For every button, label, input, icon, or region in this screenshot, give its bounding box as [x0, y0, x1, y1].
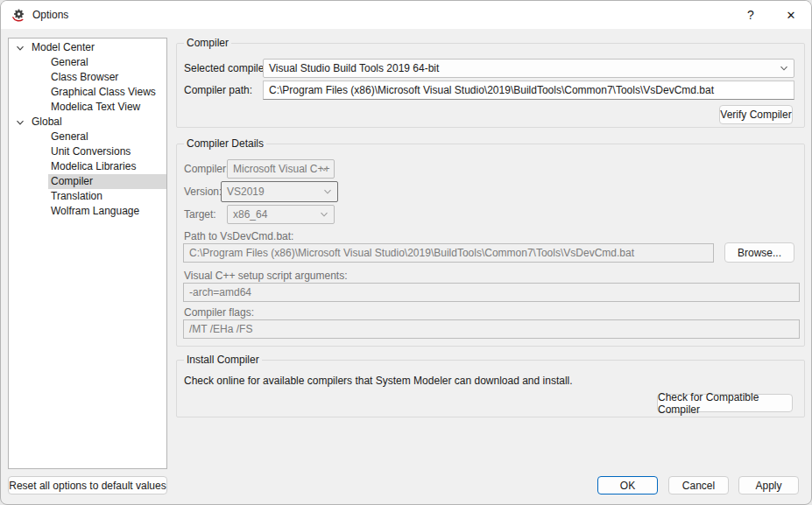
sidebar-item-wolfram-language[interactable]: Wolfram Language	[9, 204, 166, 219]
sidebar-item-translation[interactable]: Translation	[9, 189, 166, 204]
target-label: Target:	[184, 205, 216, 224]
cancel-button[interactable]: Cancel	[668, 476, 729, 494]
compiler-group: Compiler Selected compiler: Visual Studi…	[176, 43, 805, 128]
tree-item-label-selected: Compiler	[48, 174, 166, 189]
tree-item-label: Global	[32, 115, 62, 130]
selected-compiler-label: Selected compiler:	[184, 59, 271, 78]
tree-item-label: Graphical Class Views	[48, 85, 166, 100]
browse-button[interactable]: Browse...	[724, 242, 794, 263]
sidebar-item-model-center-general[interactable]: General	[9, 55, 166, 70]
chevron-down-icon	[323, 182, 332, 201]
tree-item-label: Modelica Libraries	[48, 159, 166, 174]
window-title: Options	[32, 1, 68, 29]
version-value: VS2019	[227, 186, 265, 198]
vsdevcmd-path-input: C:\Program Files (x86)\Microsoft Visual …	[183, 243, 714, 263]
chevron-down-icon[interactable]	[14, 118, 26, 127]
sidebar-item-graphical-class-views[interactable]: Graphical Class Views	[9, 85, 166, 100]
sidebar-item-modelica-text-view[interactable]: Modelica Text View	[9, 100, 166, 115]
setup-script-args-input: -arch=amd64	[183, 283, 800, 302]
target-value: x86_64	[233, 208, 267, 221]
compiler-value: Microsoft Visual C++	[233, 163, 330, 175]
options-gear-icon	[11, 8, 25, 22]
install-compiler-group-title: Install Compiler	[184, 354, 262, 366]
version-label: Version:	[184, 182, 222, 201]
tree-item-label: Class Browser	[48, 70, 166, 85]
tree-item-label: General	[48, 55, 166, 70]
ok-button[interactable]: OK	[597, 476, 658, 494]
chevron-down-icon	[320, 160, 328, 178]
target-combobox: x86_64	[227, 205, 335, 224]
sidebar-item-global[interactable]: Global	[9, 115, 166, 130]
compiler-label: Compiler:	[184, 159, 229, 179]
options-dialog: Options ? ✕ Model Center General Class B…	[0, 0, 812, 505]
chevron-down-icon[interactable]	[14, 44, 26, 53]
help-button[interactable]: ?	[731, 1, 771, 29]
verify-compiler-button[interactable]: Verify Compiler	[719, 105, 793, 124]
selected-compiler-combobox[interactable]: Visual Studio Build Tools 2019 64-bit	[263, 59, 794, 78]
compiler-flags-label: Compiler flags:	[184, 304, 254, 321]
check-compatible-compiler-button[interactable]: Check for Compatible Compiler	[657, 394, 793, 412]
sidebar-item-class-browser[interactable]: Class Browser	[9, 70, 166, 85]
tree-item-label: Modelica Text View	[48, 100, 166, 115]
tree-item-label: General	[48, 130, 166, 144]
compiler-details-group: Compiler Details Compiler: Microsoft Vis…	[176, 144, 805, 347]
compiler-path-label: Compiler path:	[184, 81, 252, 100]
sidebar-item-model-center[interactable]: Model Center	[9, 40, 166, 55]
sidebar-item-modelica-libraries[interactable]: Modelica Libraries	[9, 159, 166, 174]
chevron-down-icon	[320, 206, 328, 223]
selected-compiler-value: Visual Studio Build Tools 2019 64-bit	[269, 62, 439, 74]
compiler-combobox: Microsoft Visual C++	[227, 159, 335, 179]
chevron-down-icon	[780, 60, 788, 77]
compiler-details-group-title: Compiler Details	[184, 138, 266, 150]
tree-item-label: Unit Conversions	[48, 144, 166, 159]
sidebar-item-unit-conversions[interactable]: Unit Conversions	[9, 144, 166, 159]
sidebar-item-global-general[interactable]: General	[9, 130, 166, 144]
title-bar: Options ? ✕	[1, 1, 811, 29]
install-compiler-group: Install Compiler Check online for availa…	[176, 360, 805, 417]
vsdevcmd-path-label: Path to VsDevCmd.bat:	[184, 228, 293, 245]
install-compiler-description: Check online for available compilers tha…	[184, 372, 573, 389]
options-category-tree: Model Center General Class Browser Graph…	[8, 38, 167, 469]
sidebar-item-compiler[interactable]: Compiler	[9, 174, 166, 189]
close-button[interactable]: ✕	[771, 1, 811, 29]
compiler-group-title: Compiler	[184, 38, 231, 49]
tree-item-label: Model Center	[32, 40, 95, 55]
reset-defaults-button[interactable]: Reset all options to default values	[8, 476, 167, 494]
tree-item-label: Translation	[48, 189, 166, 204]
compiler-flags-input: /MT /EHa /FS	[183, 319, 800, 339]
tree-item-label: Wolfram Language	[48, 204, 166, 219]
apply-button[interactable]: Apply	[738, 476, 799, 494]
version-combobox: VS2019	[221, 181, 338, 202]
setup-script-args-label: Visual C++ setup script arguments:	[184, 267, 348, 284]
compiler-path-input[interactable]: C:\Program Files (x86)\Microsoft Visual …	[263, 81, 794, 100]
